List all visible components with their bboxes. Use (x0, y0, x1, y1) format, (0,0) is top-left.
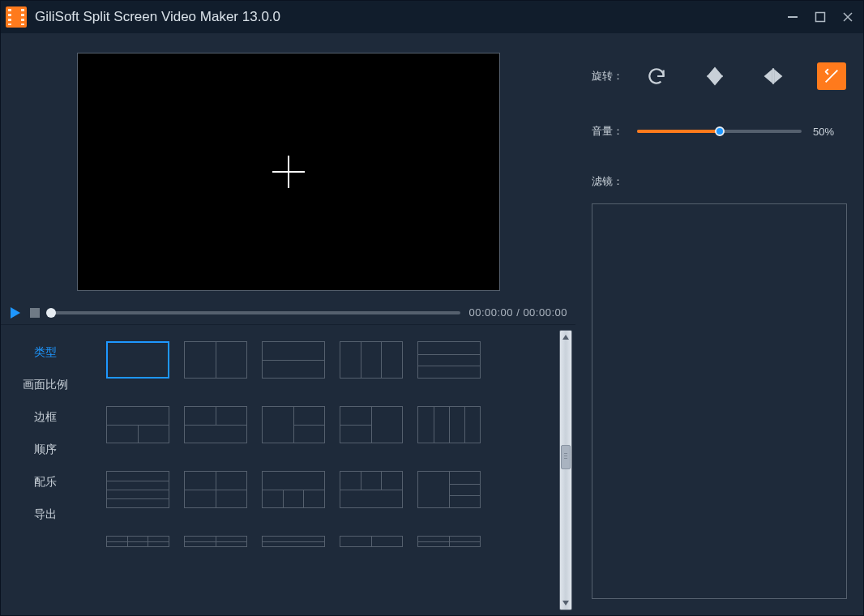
title-bar: GiliSoft Split Screen Video Maker 13.0.0 (1, 1, 863, 33)
tab-music[interactable]: 配乐 (1, 466, 90, 498)
template-item[interactable] (340, 341, 403, 379)
volume-value: 50% (813, 126, 847, 138)
scroll-thumb[interactable] (561, 445, 571, 469)
seek-knob[interactable] (46, 308, 56, 318)
template-item[interactable] (106, 406, 169, 443)
crop-button[interactable] (817, 62, 846, 90)
rotation-label: 旋转： (592, 69, 632, 83)
minimize-button[interactable] (785, 10, 800, 24)
template-item[interactable] (262, 341, 325, 379)
svg-marker-4 (11, 307, 20, 319)
svg-marker-12 (775, 71, 781, 82)
template-item[interactable] (262, 536, 325, 547)
side-tabs: 类型 画面比例 边框 顺序 配乐 导出 (1, 325, 90, 615)
tab-aspect[interactable]: 画面比例 (1, 369, 90, 401)
seek-slider[interactable] (48, 311, 460, 314)
volume-slider[interactable] (637, 130, 802, 133)
template-grid (106, 341, 551, 547)
template-item[interactable] (262, 406, 325, 443)
tab-type[interactable]: 类型 (1, 336, 90, 369)
filter-list[interactable] (592, 203, 847, 599)
template-item[interactable] (340, 406, 403, 443)
template-item[interactable] (184, 341, 247, 379)
flip-horizontal-button[interactable] (759, 62, 788, 90)
svg-marker-11 (765, 71, 772, 82)
tab-export[interactable]: 导出 (1, 498, 90, 531)
svg-marker-6 (562, 601, 569, 605)
scroll-down-icon[interactable] (560, 597, 571, 610)
timecode: 00:00:00 / 00:00:00 (468, 306, 567, 319)
template-item[interactable] (184, 536, 247, 547)
template-item[interactable] (340, 471, 403, 508)
template-item[interactable] (184, 471, 247, 508)
stop-button[interactable] (30, 308, 40, 318)
template-item[interactable] (106, 341, 169, 379)
app-logo (6, 6, 27, 28)
tab-order[interactable]: 顺序 (1, 434, 90, 466)
rotate-button[interactable] (642, 62, 671, 90)
template-scrollbar[interactable] (559, 330, 572, 610)
preview-canvas[interactable] (77, 53, 500, 291)
volume-knob[interactable] (715, 126, 725, 136)
filter-label: 滤镜： (592, 174, 632, 189)
app-title: GiliSoft Split Screen Video Maker 13.0.0 (35, 9, 785, 25)
template-item[interactable] (417, 406, 481, 443)
close-button[interactable] (840, 10, 855, 24)
flip-vertical-button[interactable] (700, 62, 729, 90)
template-item[interactable] (417, 536, 481, 547)
template-item[interactable] (184, 406, 247, 443)
play-button[interactable] (9, 306, 22, 319)
tab-border[interactable]: 边框 (1, 401, 90, 434)
svg-marker-9 (710, 78, 721, 84)
template-item[interactable] (106, 471, 169, 508)
template-item[interactable] (340, 536, 403, 547)
template-item[interactable] (106, 536, 169, 547)
template-item[interactable] (417, 471, 481, 508)
svg-marker-5 (562, 335, 569, 340)
svg-rect-1 (816, 13, 825, 22)
template-item[interactable] (417, 341, 481, 379)
maximize-button[interactable] (813, 10, 828, 24)
scroll-up-icon[interactable] (560, 331, 571, 344)
template-item[interactable] (262, 471, 325, 508)
volume-label: 音量： (592, 124, 632, 139)
svg-marker-8 (710, 68, 721, 75)
